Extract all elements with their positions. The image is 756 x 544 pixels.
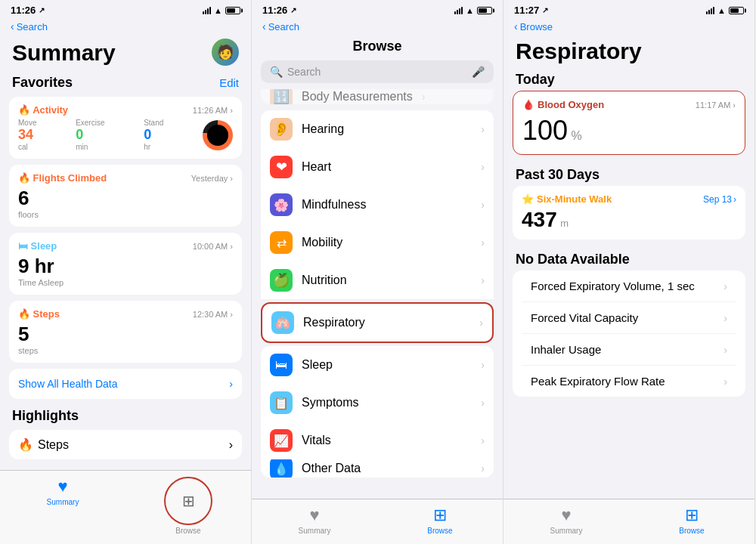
flights-value: 6 [18,187,233,210]
back-nav-1[interactable]: ‹ Search [0,19,251,36]
fev-chevron: › [723,280,727,292]
tab-bar-2: ♥ Summary ⊞ Browse [252,499,503,544]
boc-unit: % [572,129,582,142]
tab-summary-label-1: Summary [47,498,79,506]
flights-label: floors [18,210,233,219]
vitals-icon-box: 📈 [270,429,293,452]
mindfulness-chevron: › [481,199,485,211]
flights-card[interactable]: 🔥 Flights Climbed Yesterday › 6 floors [9,165,242,227]
search-bar[interactable]: 🔍 Search 🎤 [261,60,494,83]
steps-card[interactable]: 🔥 Steps 12:30 AM › 5 steps [9,301,242,363]
avatar[interactable]: 🧑 [212,39,239,66]
heart-label: Heart [302,160,472,174]
data-rows-container: Forced Expiratory Volume, 1 sec › Forced… [513,270,745,397]
status-bar-2: 11:26 ↗ ▲ [252,0,503,19]
search-placeholder: Search [287,66,321,78]
sleep-browse-icon: 🛏 [275,358,287,372]
tab-browse-2[interactable]: ⊞ Browse [377,505,503,535]
exercise-item: Exercise 0 min [76,119,104,151]
time-2: 11:26 [262,5,287,16]
back-label-1: Search [17,21,48,32]
vitals-icon: 📈 [274,434,289,448]
tab-summary-3[interactable]: ♥ Summary [503,505,629,535]
browse-item-nutrition[interactable]: 🍏 Nutrition › [261,261,494,299]
tab-summary-2[interactable]: ♥ Summary [252,505,377,535]
partial-chevron: › [422,91,426,103]
sleep-title: 🛏 Sleep [18,240,57,252]
boc-value-row: 100 % [522,115,736,147]
activity-ring [203,120,233,150]
respiratory-label: Respiratory [303,316,470,329]
pefr-label: Peak Expiratory Flow Rate [531,375,665,388]
tab-browse-1[interactable]: ⊞ Browse [125,477,251,535]
tab-browse-label-1: Browse [175,527,200,535]
browse-circle-1: ⊞ [164,477,212,525]
browse-item-symptoms[interactable]: 📋 Symptoms › [261,384,494,422]
sleep-browse-icon-box: 🛏 [270,354,293,376]
highlight-icon: 🔥 [18,437,33,452]
fev-label: Forced Expiratory Volume, 1 sec [531,280,695,292]
tab-browse-3[interactable]: ⊞ Browse [629,505,754,535]
flights-time: Yesterday › [191,174,233,183]
sleep-browse-chevron: › [481,359,485,371]
smw-icon: ⭐ [522,193,534,205]
symptoms-icon: 📋 [274,396,289,410]
activity-card[interactable]: 🔥 Activity 11:26 AM › Move 34 cal Exerci… [9,97,242,159]
sleep-browse-label: Sleep [302,358,472,372]
heart-icon-3: ♥ [561,505,571,525]
hearing-label: Hearing [302,122,472,136]
data-row-pefr[interactable]: Peak Expiratory Flow Rate › [522,366,736,397]
six-minute-card[interactable]: ⭐ Six-Minute Walk Sep 13 › 437 m [513,186,745,240]
back-chevron-2: ‹ [262,20,266,32]
grid-icon-1: ⊞ [182,492,195,510]
back-nav-2[interactable]: ‹ Search [252,19,503,36]
time-1: 11:26 [11,5,36,16]
edit-button[interactable]: Edit [219,76,239,89]
inhaler-label: Inhaler Usage [531,343,601,356]
browse-item-mobility[interactable]: ⇄ Mobility › [261,224,494,261]
browse-item-hearing[interactable]: 👂 Hearing › [261,110,494,148]
other-icon: 💧 [274,462,289,476]
respiratory-icon-box: 🫁 [271,311,294,334]
sleep-card[interactable]: 🛏 Sleep 10:00 AM › 9 hr Time Asleep [9,233,242,295]
favorites-title: Favorites [12,75,73,91]
signal-3 [706,7,714,14]
grid-icon-2: ⊞ [433,505,447,525]
steps-label: steps [18,346,233,355]
tab-summary-1[interactable]: ♥ Summary [0,477,125,535]
wifi-icon-1: ▲ [214,6,222,15]
blood-oxygen-card[interactable]: 🩸 Blood Oxygen 11:17 AM › 100 % [513,91,745,155]
data-row-fev[interactable]: Forced Expiratory Volume, 1 sec › [522,270,736,302]
signal-2 [454,7,463,14]
show-all-button[interactable]: Show All Health Data › [9,369,242,399]
location-icon-2: ↗ [290,6,296,14]
list-item-partial: 🔢 Body Measurements › [261,89,494,104]
mindfulness-icon-box: 🌸 [270,193,293,216]
back-chevron-1: ‹ [11,20,14,32]
browse-item-vitals[interactable]: 📈 Vitals › [261,422,494,459]
partial-name: Body Measurements [302,90,413,104]
data-row-inhaler[interactable]: Inhaler Usage › [522,334,736,366]
other-chevron: › [481,462,485,474]
data-row-fvc[interactable]: Forced Vital Capacity › [522,302,736,334]
inhaler-chevron: › [723,344,727,356]
partial-icon-box: 🔢 [270,89,293,104]
symptoms-chevron: › [481,397,485,409]
wifi-icon-3: ▲ [717,6,726,15]
back-nav-3[interactable]: ‹ Browse [503,19,754,36]
browse-item-mindfulness[interactable]: 🌸 Mindfulness › [261,186,494,224]
highlight-steps-card[interactable]: 🔥 Steps › [9,430,242,459]
browse-list: 🔢 Body Measurements › 👂 Hearing › ❤ Hear… [252,89,503,499]
heart-chevron: › [481,161,485,173]
tab-bar-3: ♥ Summary ⊞ Browse [503,499,754,544]
respiratory-chevron: › [479,317,483,329]
hearing-chevron: › [481,123,485,135]
smw-title: ⭐ Six-Minute Walk [522,193,612,205]
smw-value: 437 [522,208,557,231]
boc-chevron: › [733,100,736,110]
browse-item-sleep[interactable]: 🛏 Sleep › [261,346,494,384]
browse-item-other[interactable]: 💧 Other Data › [261,459,494,478]
browse-item-heart[interactable]: ❤ Heart › [261,148,494,186]
heart-icon: ❤ [276,159,287,175]
browse-item-respiratory[interactable]: 🫁 Respiratory › [261,302,494,343]
